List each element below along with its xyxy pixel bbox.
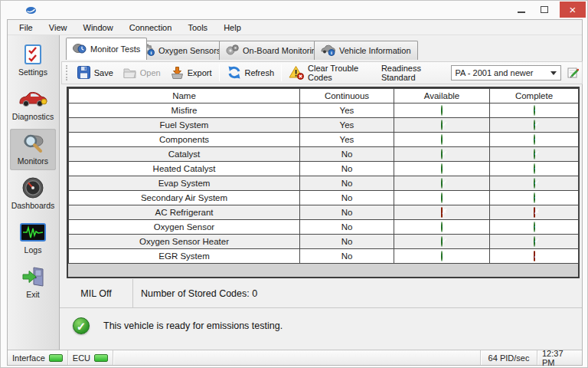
sidebar-item-monitors[interactable]: Monitors <box>10 129 56 170</box>
ready-check-icon <box>73 317 90 334</box>
gears-icon <box>226 44 239 58</box>
menu-help[interactable]: Help <box>217 20 248 35</box>
menu-window[interactable]: Window <box>77 20 120 35</box>
cell-name: Components <box>69 133 300 147</box>
content-area: Monitor Tests i <box>60 35 582 350</box>
cell-name: Misfire <box>69 104 300 118</box>
table-row[interactable]: Misfire Yes <box>69 104 579 118</box>
cell-continuous: Yes <box>300 118 394 133</box>
save-button[interactable]: Save <box>72 64 118 83</box>
status-complete-icon <box>534 105 535 116</box>
tab-oxygen-sensors[interactable]: i Oxygen Sensors <box>135 41 227 60</box>
cell-continuous: No <box>300 249 394 264</box>
tab-onboard-monitoring[interactable]: On-Board Monitoring <box>219 41 328 60</box>
svg-text:i: i <box>151 50 152 55</box>
interface-led-icon <box>49 354 63 362</box>
minimize-icon <box>518 12 525 13</box>
menu-file[interactable]: File <box>12 20 40 35</box>
cell-complete <box>490 147 579 162</box>
cell-available <box>394 104 490 118</box>
tab-monitor-tests[interactable]: Monitor Tests <box>66 38 147 60</box>
maximize-button[interactable] <box>534 2 555 18</box>
cell-name: Evap System <box>69 176 300 191</box>
gauge-icon <box>10 176 56 200</box>
toolbar-separator <box>219 64 220 81</box>
save-icon <box>77 65 91 81</box>
menu-tools[interactable]: Tools <box>181 20 214 35</box>
table-row[interactable]: Oxygen Sensor Heater No <box>69 235 579 249</box>
tab-label: Vehicle Information <box>339 46 411 55</box>
status-available-icon <box>441 178 443 189</box>
table-row[interactable]: EGR System No <box>69 249 579 264</box>
status-available-icon <box>441 163 443 174</box>
cell-name: Fuel System <box>69 118 300 133</box>
open-button[interactable]: Open <box>118 64 165 83</box>
monitor-table-body: Misfire Yes Fuel System Yes Components Y… <box>69 104 579 264</box>
table-row[interactable]: AC Refrigerant No <box>69 205 579 220</box>
checklist-icon <box>10 42 56 67</box>
menu-connection[interactable]: Connection <box>122 20 179 35</box>
sidebar-item-dashboards[interactable]: Dashboards <box>10 173 56 215</box>
status-available-icon <box>441 134 443 145</box>
car-info-icon: i <box>321 44 335 58</box>
pid-rate-segment: 64 PID/sec <box>481 350 537 365</box>
sidebar-label: Diagnostics <box>10 112 56 121</box>
cell-continuous: No <box>300 235 394 249</box>
status-complete-icon <box>534 149 535 159</box>
clear-trouble-codes-label: Clear Trouble Codes <box>308 64 371 82</box>
status-complete-icon <box>534 178 535 189</box>
export-icon <box>170 65 185 81</box>
cell-continuous: No <box>300 176 394 191</box>
column-header-complete[interactable]: Complete <box>490 89 579 104</box>
status-available-icon <box>441 192 443 203</box>
minimize-button[interactable] <box>511 2 532 18</box>
table-row[interactable]: Secondary Air System No <box>69 191 579 205</box>
refresh-button[interactable]: Refresh <box>222 64 279 83</box>
cell-available <box>394 176 490 191</box>
titlebar[interactable]: × <box>1 1 587 19</box>
table-row[interactable]: Evap System No <box>69 176 579 191</box>
tab-label: Oxygen Sensors <box>158 46 220 55</box>
toolbar-grip[interactable] <box>66 65 69 80</box>
table-header-row: Name Continuous Available Complete <box>69 89 579 104</box>
column-header-name[interactable]: Name <box>69 89 300 104</box>
column-header-continuous[interactable]: Continuous <box>300 89 394 104</box>
open-label: Open <box>140 68 161 77</box>
svg-text:i: i <box>331 50 332 55</box>
toolbar: Save Open <box>61 61 583 84</box>
close-button[interactable]: × <box>560 2 586 18</box>
table-row[interactable]: Fuel System Yes <box>69 118 579 133</box>
table-row[interactable]: Oxygen Sensor No <box>69 220 579 235</box>
cell-continuous: No <box>300 162 394 176</box>
cell-available <box>394 133 490 147</box>
cell-available <box>394 205 490 220</box>
status-complete-icon <box>534 251 535 261</box>
status-complete-icon <box>534 134 535 145</box>
readiness-standard-dropdown[interactable]: PA - 2001 and newer <box>451 65 561 80</box>
export-button[interactable]: Export <box>165 64 217 83</box>
edit-standard-button[interactable] <box>564 64 582 82</box>
clear-trouble-codes-button[interactable]: Clear Trouble Codes <box>284 62 375 84</box>
cell-complete <box>490 249 579 264</box>
status-complete-icon <box>534 120 535 130</box>
cell-continuous: Yes <box>300 104 394 118</box>
sidebar-item-diagnostics[interactable]: Diagnostics <box>10 84 56 126</box>
sidebar-item-settings[interactable]: Settings <box>10 40 56 81</box>
readiness-standard-label: Readiness Standard <box>381 64 446 82</box>
cell-continuous: No <box>300 220 394 235</box>
table-row[interactable]: Catalyst No <box>69 147 579 162</box>
tab-label: On-Board Monitoring <box>243 46 321 55</box>
status-available-icon <box>441 120 443 130</box>
menubar: File View Window Connection Tools Help <box>8 20 582 35</box>
column-header-available[interactable]: Available <box>394 89 490 104</box>
sidebar-label: Dashboards <box>10 201 56 210</box>
table-row[interactable]: Components Yes <box>69 133 579 147</box>
tab-vehicle-information[interactable]: i Vehicle Information <box>314 41 418 60</box>
menu-view[interactable]: View <box>42 20 74 35</box>
sidebar-item-logs[interactable]: Logs <box>10 218 56 259</box>
sidebar-label: Logs <box>10 245 56 255</box>
edit-pencil-icon <box>567 66 580 80</box>
sidebar-item-exit[interactable]: Exit <box>10 262 56 304</box>
table-row[interactable]: Heated Catalyst No <box>69 162 579 176</box>
cell-name: Heated Catalyst <box>69 162 300 176</box>
